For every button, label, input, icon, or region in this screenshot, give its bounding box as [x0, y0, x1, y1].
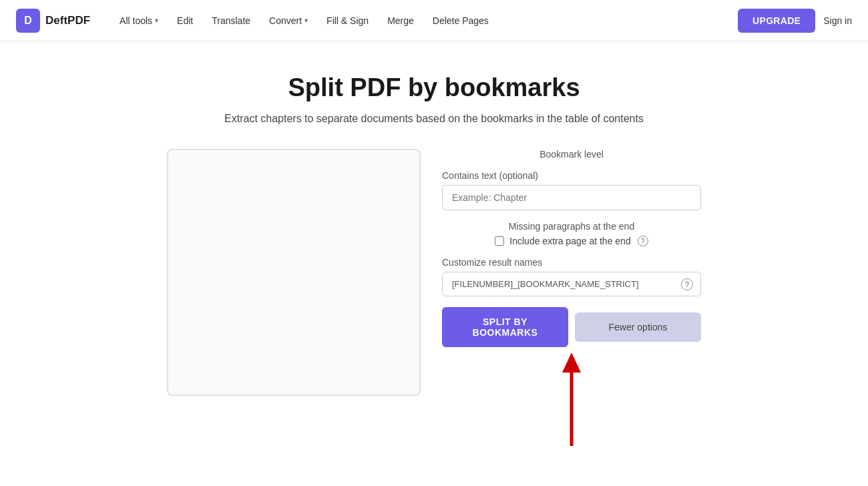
- chevron-down-icon: ▾: [304, 17, 308, 24]
- customize-input[interactable]: [442, 272, 701, 296]
- customize-input-wrapper: ?: [442, 272, 701, 296]
- arrow-indicator: [442, 347, 701, 446]
- signin-link[interactable]: Sign in: [823, 15, 852, 26]
- nav-links: All tools ▾ Edit Translate Convert ▾ Fil…: [112, 10, 738, 31]
- contains-text-input[interactable]: [442, 185, 701, 210]
- nav-edit[interactable]: Edit: [169, 10, 201, 31]
- chevron-down-icon: ▾: [155, 17, 158, 24]
- red-arrow-svg: [558, 352, 585, 446]
- main-content: Split PDF by bookmarks Extract chapters …: [0, 41, 868, 446]
- buttons-row: SPLIT BY BOOKMARKS Fewer options: [442, 307, 701, 347]
- nav-actions: UPGRADE Sign in: [738, 9, 852, 33]
- nav-all-tools[interactable]: All tools ▾: [112, 10, 166, 31]
- nav-fill-sign[interactable]: Fill & Sign: [318, 10, 377, 31]
- include-extra-label: Include extra page at the end: [509, 236, 630, 246]
- logo-text: DeftPDF: [45, 14, 90, 27]
- navbar: D DeftPDF All tools ▾ Edit Translate Con…: [0, 0, 868, 41]
- include-extra-row: Include extra page at the end ?: [442, 236, 701, 246]
- pdf-drop-area[interactable]: [167, 149, 421, 396]
- missing-paragraphs-section: Missing paragraphs at the end Include ex…: [442, 221, 701, 246]
- content-area: Bookmark level Contains text (optional) …: [167, 149, 701, 446]
- contains-text-section: Contains text (optional): [442, 170, 701, 210]
- nav-merge[interactable]: Merge: [379, 10, 422, 31]
- split-button[interactable]: SPLIT BY BOOKMARKS: [442, 307, 568, 347]
- nav-convert[interactable]: Convert ▾: [261, 10, 316, 31]
- missing-paragraphs-label: Missing paragraphs at the end: [442, 221, 701, 232]
- upgrade-button[interactable]: UPGRADE: [738, 9, 815, 33]
- page-title: Split PDF by bookmarks: [288, 73, 580, 102]
- customize-help-icon[interactable]: ?: [681, 278, 693, 290]
- help-icon[interactable]: ?: [638, 236, 648, 246]
- bookmark-level-label: Bookmark level: [442, 149, 701, 160]
- include-extra-checkbox[interactable]: [495, 236, 504, 246]
- contains-text-label: Contains text (optional): [442, 170, 701, 181]
- logo-area[interactable]: D DeftPDF: [16, 9, 90, 33]
- customize-label: Customize result names: [442, 257, 701, 268]
- buttons-section: SPLIT BY BOOKMARKS Fewer options: [442, 307, 701, 446]
- options-panel: Bookmark level Contains text (optional) …: [442, 149, 701, 446]
- customize-section: Customize result names ?: [442, 257, 701, 296]
- svg-marker-1: [562, 352, 581, 373]
- logo-icon: D: [16, 9, 40, 33]
- nav-delete-pages[interactable]: Delete Pages: [425, 10, 497, 31]
- nav-translate[interactable]: Translate: [204, 10, 258, 31]
- fewer-options-button[interactable]: Fewer options: [575, 312, 701, 342]
- page-subtitle: Extract chapters to separate documents b…: [224, 113, 644, 125]
